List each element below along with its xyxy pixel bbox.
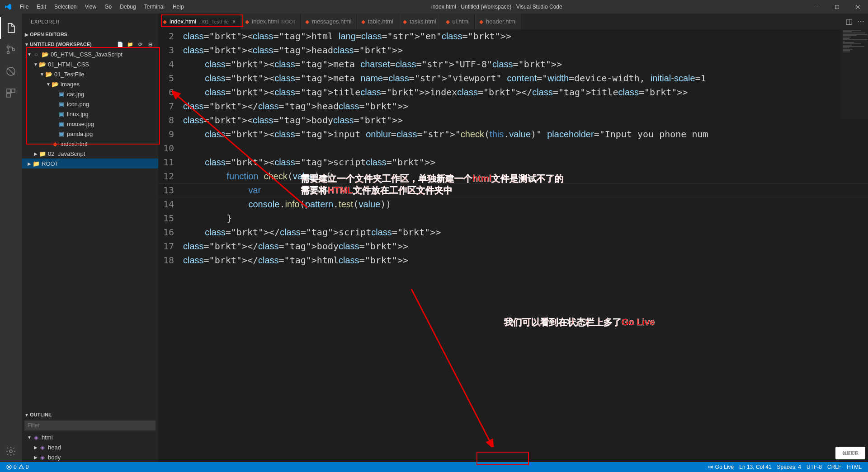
- svg-point-5: [7, 51, 9, 54]
- tree-item[interactable]: ▶📁ROOT: [22, 159, 158, 168]
- sidebar-title: EXPLORER: [22, 14, 158, 29]
- chevron-down-icon: ▼: [24, 412, 30, 417]
- menu-debug[interactable]: Debug: [116, 0, 140, 14]
- tree-item[interactable]: ▼◈html: [22, 432, 158, 442]
- status-spaces[interactable]: Spaces: 4: [774, 464, 804, 470]
- collapse-icon[interactable]: ⊟: [146, 41, 154, 48]
- settings-icon[interactable]: [0, 440, 22, 462]
- menu-selection[interactable]: Selection: [50, 0, 80, 14]
- code-editor[interactable]: 2 3 4 5 6 7 8 9 10 11 12 13 14 15 16 17 …: [158, 29, 868, 462]
- editor-tab[interactable]: ◆ui.html: [441, 14, 475, 29]
- tree-item[interactable]: ▶◈head: [22, 442, 158, 452]
- editor-area: ◆index.html..\01_TestFile×◆index.htmlROO…: [158, 14, 868, 462]
- new-folder-icon[interactable]: 📁: [127, 41, 134, 48]
- svg-point-11: [9, 450, 12, 453]
- tree-item[interactable]: ▼📂images: [22, 79, 158, 89]
- menu-help[interactable]: Help: [169, 0, 188, 14]
- tree-item[interactable]: ▣icon.png: [22, 99, 158, 109]
- vscode-logo-icon: [0, 3, 16, 10]
- editor-tab[interactable]: ◆messages.html: [301, 14, 356, 29]
- svg-point-15: [710, 466, 712, 468]
- chevron-down-icon: ▼: [24, 42, 30, 47]
- status-bar: 0 0 Go Live Ln 13, Col 41 Spaces: 4 UTF-…: [0, 462, 868, 472]
- tree-item[interactable]: ▣panda.jpg: [22, 129, 158, 139]
- file-tree: ▼○📂05_HTML_CSS_JavaScript▼📂01_HTML_CSS▼📂…: [22, 49, 158, 410]
- activity-bar: [0, 14, 22, 462]
- title-bar: FileEditSelectionViewGoDebugTerminalHelp…: [0, 0, 868, 14]
- status-eol[interactable]: CRLF: [825, 464, 844, 470]
- tree-item[interactable]: ▣cat.jpg: [22, 89, 158, 99]
- minimize-button[interactable]: [806, 0, 826, 14]
- svg-rect-9: [11, 89, 15, 93]
- status-encoding[interactable]: UTF-8: [804, 464, 825, 470]
- editor-tab[interactable]: ◆index.htmlROOT: [241, 14, 301, 29]
- window-title: index.html - Untitled (Workspace) - Visu…: [188, 4, 806, 10]
- line-gutter: 2 3 4 5 6 7 8 9 10 11 12 13 14 15 16 17 …: [158, 29, 183, 267]
- editor-tab[interactable]: ◆header.html: [475, 14, 522, 29]
- debug-icon[interactable]: [0, 61, 22, 82]
- window-controls: [806, 0, 868, 14]
- svg-rect-8: [7, 89, 10, 93]
- svg-rect-10: [7, 93, 10, 97]
- menu-terminal[interactable]: Terminal: [140, 0, 169, 14]
- extensions-icon[interactable]: [0, 82, 22, 104]
- menu-bar: FileEditSelectionViewGoDebugTerminalHelp: [16, 0, 188, 14]
- editor-tab[interactable]: ◆index.html..\01_TestFile×: [158, 14, 241, 29]
- editor-tab[interactable]: ◆table.html: [357, 14, 398, 29]
- minimap[interactable]: [841, 29, 868, 120]
- tree-item[interactable]: ▼○📂05_HTML_CSS_JavaScript: [22, 49, 158, 59]
- svg-point-6: [13, 49, 15, 51]
- explorer-icon[interactable]: [0, 17, 22, 39]
- tree-item[interactable]: ▣mouse.jpg: [22, 119, 158, 129]
- open-editors-section[interactable]: ▶ OPEN EDITORS: [22, 29, 158, 39]
- outline-section[interactable]: ▼ OUTLINE: [22, 410, 158, 420]
- outline-tree: ▼◈html▶◈head▶◈body: [22, 432, 158, 462]
- new-file-icon[interactable]: 📄: [117, 41, 124, 48]
- tree-item[interactable]: ▣linux.jpg: [22, 109, 158, 119]
- tree-item[interactable]: ▶◈body: [22, 452, 158, 462]
- tree-item[interactable]: ▼📂01_TestFile: [22, 69, 158, 79]
- tree-item[interactable]: ▶📁02_JavaScript: [22, 149, 158, 159]
- close-icon[interactable]: ×: [232, 18, 236, 25]
- menu-edit[interactable]: Edit: [33, 0, 50, 14]
- source-control-icon[interactable]: [0, 39, 22, 61]
- tree-item[interactable]: ▼📂01_HTML_CSS: [22, 59, 158, 69]
- status-line-col[interactable]: Ln 13, Col 41: [736, 464, 774, 470]
- menu-view[interactable]: View: [80, 0, 100, 14]
- chevron-right-icon: ▶: [24, 32, 30, 37]
- outline-filter-input[interactable]: [24, 421, 156, 430]
- tree-item[interactable]: ◆index.html: [22, 139, 158, 149]
- svg-point-4: [7, 46, 9, 48]
- explorer-sidebar: EXPLORER ▶ OPEN EDITORS ▼ UNTITLED (WORK…: [22, 14, 158, 462]
- split-editor-icon[interactable]: ◫: [846, 17, 853, 26]
- watermark: 创新互联: [835, 447, 865, 459]
- svg-rect-1: [835, 5, 839, 9]
- menu-go[interactable]: Go: [100, 0, 116, 14]
- editor-tab[interactable]: ◆tasks.html: [398, 14, 441, 29]
- status-errors[interactable]: 0 0: [4, 464, 31, 470]
- status-go-live[interactable]: Go Live: [705, 464, 736, 470]
- editor-tabs: ◆index.html..\01_TestFile×◆index.htmlROO…: [158, 14, 868, 29]
- close-button[interactable]: [847, 0, 868, 14]
- more-icon[interactable]: ⋯: [857, 17, 864, 26]
- workspace-section[interactable]: ▼ UNTITLED (WORKSPACE) 📄 📁 ⟳ ⊟: [22, 39, 158, 49]
- status-language[interactable]: HTML: [844, 464, 864, 470]
- maximize-button[interactable]: [826, 0, 847, 14]
- refresh-icon[interactable]: ⟳: [137, 41, 144, 48]
- menu-file[interactable]: File: [16, 0, 33, 14]
